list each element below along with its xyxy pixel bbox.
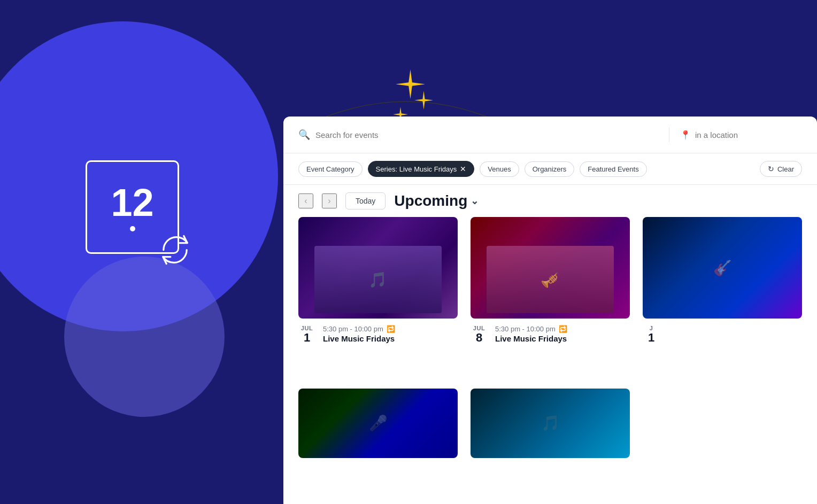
event-image-3: 🎸	[643, 217, 802, 319]
prev-icon: ‹	[304, 196, 307, 206]
calendar-widget: 12	[86, 160, 179, 254]
event-day-1: 1	[304, 331, 310, 344]
filter-chip-series-remove-icon[interactable]: ✕	[460, 165, 466, 173]
event-image-2: 🎺	[471, 217, 630, 319]
filter-chip-featured-events[interactable]: Featured Events	[580, 161, 646, 177]
recurring-icon-2: 🔁	[559, 325, 567, 333]
event-time-2: 5:30 pm - 10:00 pm 🔁	[495, 325, 630, 333]
view-selector[interactable]: Upcoming ⌄	[394, 192, 479, 210]
event-time-1: 5:30 pm - 10:00 pm 🔁	[323, 325, 458, 333]
sparkle-small-icon	[414, 91, 433, 110]
event-card-3[interactable]: 🎸 J 1	[643, 217, 802, 376]
today-label: Today	[356, 197, 375, 205]
view-label: Upcoming	[394, 192, 467, 210]
nav-bar: ‹ › Today Upcoming ⌄	[283, 185, 817, 217]
refresh-small-icon: ↻	[768, 165, 774, 173]
event-info-2: 5:30 pm - 10:00 pm 🔁 Live Music Fridays	[495, 325, 630, 343]
main-panel: 🔍 📍 Event Category Series: Live Music Fr…	[283, 117, 817, 504]
search-section: 🔍	[298, 129, 658, 141]
filter-chip-venues[interactable]: Venues	[480, 161, 519, 177]
prev-button[interactable]: ‹	[298, 193, 313, 208]
filter-chip-featured-label: Featured Events	[588, 165, 638, 173]
event-date-2: JUL 8	[471, 325, 488, 344]
bg-circle-small	[64, 257, 225, 417]
filter-bar: Event Category Series: Live Music Friday…	[283, 153, 817, 185]
refresh-icon	[158, 232, 192, 267]
location-input[interactable]	[695, 130, 802, 139]
search-input[interactable]	[315, 130, 658, 139]
event-info-1: 5:30 pm - 10:00 pm 🔁 Live Music Fridays	[323, 325, 458, 343]
event-date-1: JUL 1	[298, 325, 315, 344]
event-title-2: Live Music Fridays	[495, 334, 630, 343]
event-card-5[interactable]: 🎵	[471, 389, 630, 489]
event-meta-1: JUL 1 5:30 pm - 10:00 pm 🔁 Live Music Fr…	[298, 325, 458, 344]
today-button[interactable]: Today	[345, 192, 386, 210]
recurring-icon-1: 🔁	[387, 325, 395, 333]
event-card-2[interactable]: 🎺 JUL 8 5:30 pm - 10:00 pm 🔁 Live Music …	[471, 217, 630, 376]
filter-chip-label: Event Category	[306, 165, 354, 173]
search-bar: 🔍 📍	[283, 117, 817, 153]
location-icon: 📍	[680, 130, 691, 140]
event-image-5: 🎵	[471, 389, 630, 458]
filter-chip-series-label: Series: Live Music Fridays	[376, 165, 457, 173]
filter-chip-organizers-label: Organizers	[533, 165, 567, 173]
event-day-2: 8	[476, 331, 482, 344]
filter-chip-event-category[interactable]: Event Category	[298, 161, 363, 177]
event-date-3: J 1	[643, 325, 660, 344]
event-card-1[interactable]: 🎵 JUL 1 5:30 pm - 10:00 pm 🔁 Live Music …	[298, 217, 458, 376]
location-section: 📍	[680, 130, 802, 140]
calendar-number: 12	[111, 183, 153, 222]
filter-chip-venues-label: Venues	[488, 165, 511, 173]
chevron-down-icon: ⌄	[471, 195, 479, 207]
event-meta-2: JUL 8 5:30 pm - 10:00 pm 🔁 Live Music Fr…	[471, 325, 630, 344]
event-meta-3: J 1	[643, 325, 802, 344]
event-image-4: 🎤	[298, 389, 458, 458]
search-icon: 🔍	[298, 129, 310, 141]
event-card-4[interactable]: 🎤	[298, 389, 458, 489]
next-icon: ›	[328, 196, 330, 206]
next-button[interactable]: ›	[322, 193, 337, 208]
events-grid: 🎵 JUL 1 5:30 pm - 10:00 pm 🔁 Live Music …	[283, 217, 817, 504]
calendar-box: 12	[86, 160, 179, 254]
event-title-1: Live Music Fridays	[323, 334, 458, 343]
event-day-3: 1	[648, 331, 654, 344]
clear-label: Clear	[777, 165, 794, 173]
event-info-3	[667, 325, 802, 326]
search-divider	[669, 127, 669, 142]
filter-chip-organizers[interactable]: Organizers	[525, 161, 575, 177]
clear-button[interactable]: ↻ Clear	[760, 161, 802, 177]
filter-chip-series[interactable]: Series: Live Music Fridays ✕	[368, 161, 475, 177]
event-image-1: 🎵	[298, 217, 458, 319]
calendar-dot	[130, 226, 135, 231]
